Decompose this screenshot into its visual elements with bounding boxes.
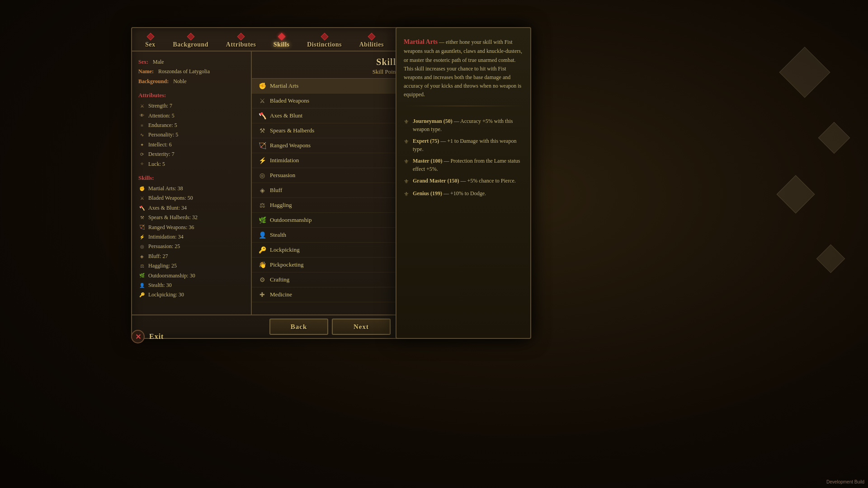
bladed-summary-icon: ⚔: [138, 195, 146, 202]
exit-button[interactable]: ✕ Exit: [131, 330, 164, 343]
char-sex-row: Sex: Male: [138, 57, 245, 66]
next-button[interactable]: Next: [332, 319, 391, 335]
tab-skills-label: Skills: [274, 41, 290, 48]
char-name-row: Name: Roszondas of Latygolia: [138, 67, 245, 76]
outdoors-summary-icon: 🌿: [138, 272, 146, 279]
exit-x-icon: ✕: [131, 330, 145, 343]
haggling-icon: ⚖: [257, 200, 267, 210]
tab-skills[interactable]: Skills: [271, 33, 292, 49]
info-tier-expert: ⚜ Expert (75) — +1 to Damage with this w…: [404, 137, 523, 153]
expert-text: Expert (75) — +1 to Damage with this wea…: [413, 137, 523, 153]
tab-sex-diamond: [146, 33, 154, 41]
crafting-icon: ⚙: [257, 275, 267, 285]
endurance-icon: ≡: [138, 122, 146, 129]
info-skill-name: Martial Arts: [404, 38, 438, 45]
tab-abilities-diamond: [368, 33, 375, 41]
personality-label: Personality: 5: [148, 130, 178, 139]
ranged-icon: 🏹: [257, 141, 267, 150]
skill-summary-bluff: ◈ Bluff: 27: [138, 252, 245, 261]
attr-endurance: ≡ Endurance: 5: [138, 121, 245, 130]
genius-text: Genius (199) — +10% to Dodge.: [413, 189, 486, 197]
sex-label: Sex:: [138, 57, 148, 66]
pickpocketing-icon: 👋: [257, 260, 267, 270]
genius-icon: ⚜: [404, 190, 409, 199]
info-desc-text: — either hone your skill with Fist weapo…: [404, 39, 522, 98]
skill-summary-intimidation: ⚡ Intimidation: 34: [138, 232, 245, 241]
attr-strength: ⚔ Strength: 7: [138, 101, 245, 110]
sex-value: Male: [153, 57, 164, 66]
tab-background[interactable]: Background: [170, 33, 211, 49]
tab-sex-label: Sex: [145, 41, 156, 48]
luck-label: Luck: 5: [148, 160, 165, 169]
intellect-icon: ✦: [138, 141, 146, 148]
strength-label: Strength: 7: [148, 101, 172, 110]
tab-abilities-label: Abilities: [359, 41, 384, 48]
tab-attributes-diamond: [237, 33, 245, 41]
axes-blunt-icon: 🪓: [257, 111, 267, 121]
strength-icon: ⚔: [138, 102, 146, 109]
name-label: Name:: [138, 67, 154, 76]
journeyman-icon: ⚜: [404, 117, 409, 127]
tab-abilities[interactable]: Abilities: [357, 33, 387, 49]
intimidation-icon: ⚡: [257, 155, 267, 165]
tab-distinctions-diamond: [321, 33, 328, 41]
journeyman-text: Journeyman (50) — Accuracy +5% with this…: [413, 117, 523, 133]
master-icon: ⚜: [404, 157, 409, 166]
skill-summary-lockpicking: 🔑 Lockpicking: 30: [138, 290, 245, 299]
axes-summary-icon: 🪓: [138, 204, 146, 211]
tab-background-label: Background: [173, 41, 208, 48]
info-description: Martial Arts — either hone your skill wi…: [404, 37, 523, 99]
info-tier-grand-master: ⚜ Grand Master (150) — +5% chance to Pie…: [404, 177, 523, 186]
background-value: Noble: [173, 77, 186, 86]
exit-x-label: ✕: [135, 333, 141, 341]
skill-summary-outdoors: 🌿 Outdoorsmanship: 30: [138, 271, 245, 280]
skill-summary-axes: 🪓 Axes & Blunt: 34: [138, 203, 245, 212]
endurance-label: Endurance: 5: [148, 121, 177, 130]
attr-personality: ∿ Personality: 5: [138, 130, 245, 139]
info-tier-genius: ⚜ Genius (199) — +10% to Dodge.: [404, 189, 523, 199]
skill-summary-bladed: ⚔ Bladed Weapons: 50: [138, 193, 245, 202]
lockpicking-icon: 🔑: [257, 245, 267, 255]
tab-distinctions[interactable]: Distinctions: [304, 33, 344, 49]
skills-section-title: Skills:: [138, 173, 245, 183]
grand-master-icon: ⚜: [404, 177, 409, 186]
stealth-summary-icon: 👤: [138, 282, 146, 289]
bluff-summary-icon: ◈: [138, 253, 146, 260]
back-button[interactable]: Back: [269, 319, 328, 335]
tab-sex[interactable]: Sex: [142, 33, 158, 49]
attention-label: Attention: 5: [148, 111, 175, 120]
skill-summary-persuasion: ◎ Persuasion: 25: [138, 242, 245, 251]
attr-attention: 👁 Attention: 5: [138, 111, 245, 120]
dexterity-icon: ⟳: [138, 150, 146, 158]
skill-summary-ranged: 🏹 Ranged Weapons: 36: [138, 223, 245, 232]
name-value: Roszondas of Latygolia: [158, 67, 210, 76]
info-tier-master: ⚜ Master (100) — Protection from the Lam…: [404, 157, 523, 173]
attr-intellect: ✦ Intellect: 6: [138, 140, 245, 149]
info-tier-journeyman: ⚜ Journeyman (50) — Accuracy +5% with th…: [404, 117, 523, 133]
tab-skills-diamond: [278, 33, 285, 41]
skill-summary-stealth: 👤 Stealth: 30: [138, 281, 245, 290]
info-panel: Martial Arts — either hone your skill wi…: [396, 27, 531, 339]
stealth-icon: 👤: [257, 230, 267, 240]
martial-arts-icon: ✊: [257, 81, 267, 91]
spears-icon: ⚒: [257, 126, 267, 136]
expert-icon: ⚜: [404, 137, 409, 146]
master-text: Master (100) — Protection from the Lame …: [413, 157, 523, 173]
skill-summary-haggling: ⚖ Haggling: 25: [138, 261, 245, 270]
info-divider-1: [404, 106, 523, 106]
dexterity-label: Dexterity: 7: [148, 150, 175, 159]
persuasion-summary-icon: ◎: [138, 243, 146, 250]
background-label: Background:: [138, 77, 169, 86]
spears-summary-icon: ⚒: [138, 214, 146, 221]
attr-luck: ✧ Luck: 5: [138, 160, 245, 169]
bluff-icon: ◈: [257, 185, 267, 195]
grand-master-text: Grand Master (150) — +5% chance to Pierc…: [413, 177, 516, 185]
persuasion-icon: ◎: [257, 170, 267, 180]
tab-distinctions-label: Distinctions: [307, 41, 342, 48]
tab-attributes-label: Attributes: [226, 41, 256, 48]
dev-build-label: Development Build: [826, 479, 864, 484]
attr-dexterity: ⟳ Dexterity: 7: [138, 150, 245, 159]
martial-arts-summary-icon: ✊: [138, 185, 146, 192]
tab-attributes[interactable]: Attributes: [223, 33, 259, 49]
luck-icon: ✧: [138, 160, 146, 168]
